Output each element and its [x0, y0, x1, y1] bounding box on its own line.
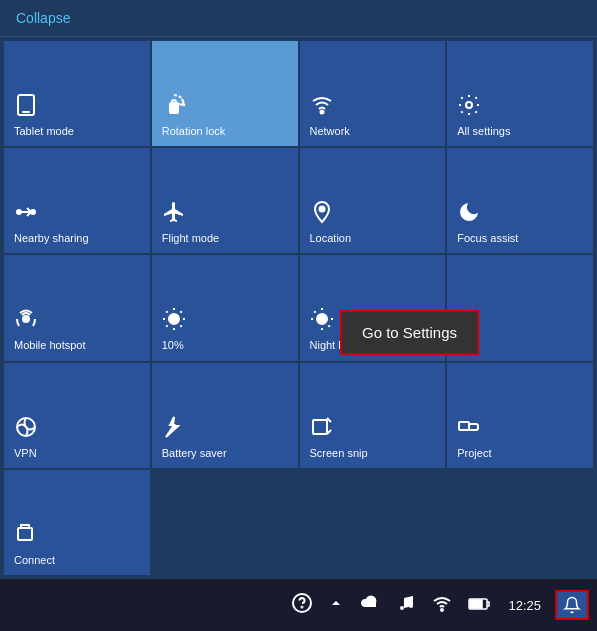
- svg-line-22: [314, 312, 315, 313]
- svg-point-10: [169, 314, 179, 324]
- flight-mode-label: Flight mode: [162, 232, 219, 245]
- tile-rotation-lock[interactable]: Rotation lock: [152, 41, 298, 146]
- mobile-hotspot-label: Mobile hotspot: [14, 339, 86, 352]
- clock-time: 12:25: [508, 598, 541, 613]
- tile-mobile-hotspot[interactable]: Mobile hotspot: [4, 255, 150, 360]
- connect-label: Connect: [14, 554, 55, 567]
- night-brightness-icon: [310, 307, 334, 335]
- svg-point-19: [317, 314, 327, 324]
- tablet-mode-icon: [14, 93, 38, 121]
- tile-location[interactable]: Location: [300, 148, 446, 253]
- svg-rect-1: [22, 111, 30, 113]
- collapse-bar[interactable]: Collapse: [0, 0, 597, 37]
- screen-snip-icon: [310, 415, 334, 443]
- svg-rect-37: [470, 600, 482, 608]
- svg-point-4: [320, 111, 323, 114]
- screen-snip-label: Screen snip: [310, 447, 368, 460]
- nearby-sharing-icon: [14, 200, 38, 228]
- connect-icon: [14, 522, 38, 550]
- help-icon[interactable]: [288, 589, 316, 622]
- svg-point-5: [466, 102, 472, 108]
- tile-network[interactable]: Network: [300, 41, 446, 146]
- svg-rect-30: [21, 525, 29, 528]
- tile-night-light[interactable]: 10%: [152, 255, 298, 360]
- tile-battery-saver[interactable]: Battery saver: [152, 363, 298, 468]
- rotation-lock-label: Rotation lock: [162, 125, 226, 138]
- svg-line-13: [166, 312, 167, 313]
- battery-saver-label: Battery saver: [162, 447, 227, 460]
- svg-point-8: [319, 207, 324, 212]
- tile-tablet-mode[interactable]: Tablet mode: [4, 41, 150, 146]
- chevron-up-icon[interactable]: [324, 591, 348, 620]
- mobile-hotspot-icon: [14, 307, 38, 335]
- network-label: Network: [310, 125, 350, 138]
- vpn-icon: [14, 415, 38, 443]
- focus-assist-icon: [457, 200, 481, 228]
- project-label: Project: [457, 447, 491, 460]
- taskbar: 12:25: [0, 579, 597, 631]
- svg-rect-29: [18, 528, 32, 540]
- svg-line-23: [328, 326, 329, 327]
- tile-focus-assist[interactable]: Focus assist: [447, 148, 593, 253]
- nearby-sharing-label: Nearby sharing: [14, 232, 89, 245]
- location-icon: [310, 200, 334, 228]
- tile-flight-mode[interactable]: Flight mode: [152, 148, 298, 253]
- project-icon: [457, 415, 481, 443]
- notification-icon: [563, 596, 581, 614]
- svg-point-35: [441, 609, 443, 611]
- tile-screen-snip[interactable]: Screen snip: [300, 363, 446, 468]
- tile-all-settings[interactable]: All settings: [447, 41, 593, 146]
- notification-button[interactable]: [555, 590, 589, 620]
- audio-icon[interactable]: [392, 589, 420, 622]
- svg-rect-27: [313, 420, 327, 434]
- wifi-icon[interactable]: [428, 589, 456, 622]
- svg-line-14: [180, 326, 181, 327]
- empty-tile-2: [300, 470, 446, 575]
- taskbar-clock[interactable]: 12:25: [508, 598, 541, 613]
- battery-icon[interactable]: [464, 591, 494, 620]
- network-icon: [310, 93, 334, 121]
- svg-point-6: [17, 210, 21, 214]
- svg-line-17: [166, 326, 167, 327]
- svg-point-32: [302, 606, 303, 607]
- empty-tile-1: [152, 470, 298, 575]
- all-settings-label: All settings: [457, 125, 510, 138]
- svg-point-9: [23, 316, 29, 322]
- night-light-label: 10%: [162, 339, 184, 352]
- goto-settings-label: Go to Settings: [362, 324, 457, 341]
- night-light-icon: [162, 307, 186, 335]
- empty-tile-3: [447, 470, 593, 575]
- svg-rect-28: [459, 422, 469, 430]
- flight-mode-icon: [162, 200, 186, 228]
- battery-saver-icon: [162, 415, 186, 443]
- rotation-lock-icon: [162, 93, 186, 121]
- cloud-icon[interactable]: [356, 589, 384, 622]
- goto-settings-tooltip[interactable]: Go to Settings: [340, 310, 479, 355]
- tile-project[interactable]: Project: [447, 363, 593, 468]
- all-settings-icon: [457, 93, 481, 121]
- location-label: Location: [310, 232, 352, 245]
- collapse-label: Collapse: [16, 10, 70, 26]
- action-center: Collapse Tablet mode Rotation lock Netwo…: [0, 0, 597, 579]
- svg-point-34: [409, 604, 413, 608]
- focus-assist-label: Focus assist: [457, 232, 518, 245]
- svg-line-18: [180, 312, 181, 313]
- tiles-grid: Tablet mode Rotation lock Network All se…: [0, 37, 597, 579]
- tile-connect[interactable]: Connect: [4, 470, 150, 575]
- tile-vpn[interactable]: VPN: [4, 363, 150, 468]
- vpn-label: VPN: [14, 447, 37, 460]
- svg-point-33: [400, 606, 404, 610]
- tablet-mode-label: Tablet mode: [14, 125, 74, 138]
- tile-nearby-sharing[interactable]: Nearby sharing: [4, 148, 150, 253]
